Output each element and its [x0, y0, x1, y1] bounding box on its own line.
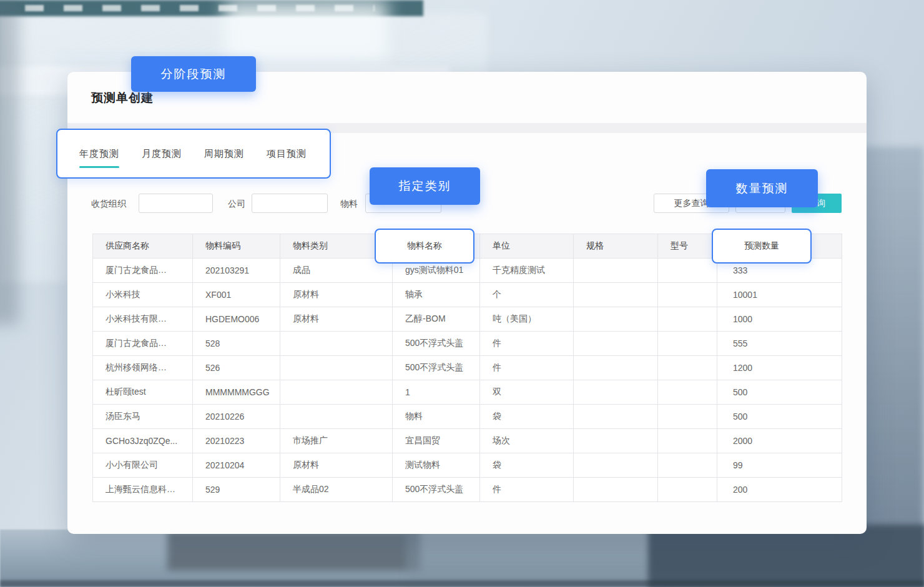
table-cell: 厦门古龙食品…	[93, 259, 193, 283]
table-cell: 上海甄云信息科…	[93, 478, 193, 502]
table-cell	[280, 405, 393, 429]
table-row[interactable]: GCHo3Jzq0ZQe...20210223市场推广宜昌国贸场次2000	[93, 429, 842, 453]
forecast-table: 供应商名称物料编码物料类别物料名称单位规格型号预测数量 厦门古龙食品…20210…	[92, 234, 842, 502]
company-input[interactable]	[252, 194, 328, 213]
table-cell: 件	[480, 478, 574, 502]
forecast-qty-column-callout: 预测数量	[712, 229, 812, 264]
table-cell: 双	[480, 380, 574, 405]
column-header-2: 物料编码	[193, 234, 280, 259]
table-row[interactable]: 小米科技XF001原材料轴承个10001	[93, 283, 842, 307]
table-cell: XF001	[193, 283, 280, 307]
background-menu-items	[25, 5, 375, 11]
table-cell	[574, 380, 658, 405]
tab-2[interactable]: 月度预测	[142, 148, 182, 168]
table-row[interactable]: 杜昕颐testMMMMMMGGG1双500	[93, 380, 842, 405]
tab-1[interactable]: 年度预测	[79, 148, 119, 168]
table-cell	[574, 307, 658, 332]
table-cell: 500	[717, 405, 842, 429]
column-header-5: 单位	[480, 234, 574, 259]
table-cell: 测试物料	[393, 453, 480, 478]
table-cell	[574, 356, 658, 380]
table-cell: 汤臣东马	[93, 405, 193, 429]
background-bottom-edge	[0, 580, 924, 587]
tabs: 年度预测月度预测周期预测项目预测	[79, 148, 307, 168]
table-cell	[574, 283, 658, 307]
table-cell	[574, 405, 658, 429]
table-row[interactable]: 小小有限公司20210204原材料测试物料袋99	[93, 453, 842, 478]
table-cell: 小米科技有限…	[93, 307, 193, 332]
table-cell	[658, 356, 717, 380]
table-cell: 555	[717, 332, 842, 356]
background-deck-shadow	[167, 531, 420, 571]
background-glow	[225, 0, 387, 62]
table-cell: 200	[717, 478, 842, 502]
table-cell: 1200	[717, 356, 842, 380]
table-cell: 件	[480, 356, 574, 380]
table-cell: 厦门古龙食品…	[93, 332, 193, 356]
table-cell: 528	[193, 332, 280, 356]
column-header-7: 型号	[658, 234, 717, 259]
company-label: 公司	[228, 199, 245, 210]
table-cell: 500不浮式头盖	[393, 478, 480, 502]
background-corner-shadow	[648, 525, 924, 587]
table-row[interactable]: 汤臣东马20210226物料袋500	[93, 405, 842, 429]
table-row[interactable]: 厦门古龙食品…528500不浮式头盖件555	[93, 332, 842, 356]
table-cell: 杭州移领网络…	[93, 356, 193, 380]
table-cell: 202103291	[193, 259, 280, 283]
background-deck-mid	[406, 531, 668, 587]
material-label: 物料	[340, 199, 358, 210]
table-cell	[658, 405, 717, 429]
table-cell	[658, 259, 717, 283]
table-cell: 500不浮式头盖	[393, 356, 480, 380]
table-cell: 宜昌国贸	[393, 429, 480, 453]
table-cell: 轴承	[393, 283, 480, 307]
table-cell: 529	[193, 478, 280, 502]
tab-4[interactable]: 项目预测	[267, 148, 307, 168]
material-name-column-callout: 物料名称	[375, 229, 474, 264]
table-cell: 场次	[480, 429, 574, 453]
table-cell	[280, 332, 393, 356]
forecast-tabs-callout: 年度预测月度预测周期预测项目预测	[56, 129, 331, 179]
table-row[interactable]: 上海甄云信息科…529半成品02500不浮式头盖件200	[93, 478, 842, 502]
table-cell: 袋	[480, 405, 574, 429]
table-cell: 原材料	[280, 453, 393, 478]
table-cell	[574, 453, 658, 478]
table-cell: 2000	[717, 429, 842, 453]
table-cell: 物料	[393, 405, 480, 429]
table-cell: 半成品02	[280, 478, 393, 502]
table-cell: 1000	[717, 307, 842, 332]
table-cell: 千克精度测试	[480, 259, 574, 283]
background-menu-bar	[0, 0, 423, 16]
table-row[interactable]: 杭州移领网络…526500不浮式头盖件1200	[93, 356, 842, 380]
tab-3[interactable]: 周期预测	[204, 148, 244, 168]
column-header-6: 规格	[574, 234, 658, 259]
table-cell	[658, 283, 717, 307]
background-screen-bezel	[0, 0, 19, 325]
table-cell: 件	[480, 332, 574, 356]
quantity-forecast-badge: 数量预测	[706, 169, 818, 207]
table-cell: 袋	[480, 453, 574, 478]
table-cell	[658, 453, 717, 478]
table-cell: HGDEMO006	[193, 307, 280, 332]
background-laptop-deck	[0, 530, 924, 587]
staged-forecast-badge: 分阶段预测	[131, 56, 256, 92]
table-cell: 杜昕颐test	[93, 380, 193, 405]
table-cell: 原材料	[280, 283, 393, 307]
table-cell	[574, 478, 658, 502]
receiving-org-input[interactable]	[139, 194, 213, 213]
table-cell: 500不浮式头盖	[393, 332, 480, 356]
table-cell	[658, 307, 717, 332]
table-row[interactable]: 小米科技有限…HGDEMO006原材料乙醇-BOM吨（美国）1000	[93, 307, 842, 332]
table-cell: 20210226	[193, 405, 280, 429]
column-header-1: 供应商名称	[93, 234, 193, 259]
page-title: 预测单创建	[91, 90, 154, 106]
receiving-org-label: 收货组织	[91, 199, 126, 210]
table-cell: 市场推广	[280, 429, 393, 453]
table-cell: 小米科技	[93, 283, 193, 307]
table-cell	[574, 332, 658, 356]
table-cell	[658, 332, 717, 356]
table-cell: 10001	[717, 283, 842, 307]
table-cell: 1	[393, 380, 480, 405]
table-cell: 526	[193, 356, 280, 380]
table-cell: 个	[480, 283, 574, 307]
